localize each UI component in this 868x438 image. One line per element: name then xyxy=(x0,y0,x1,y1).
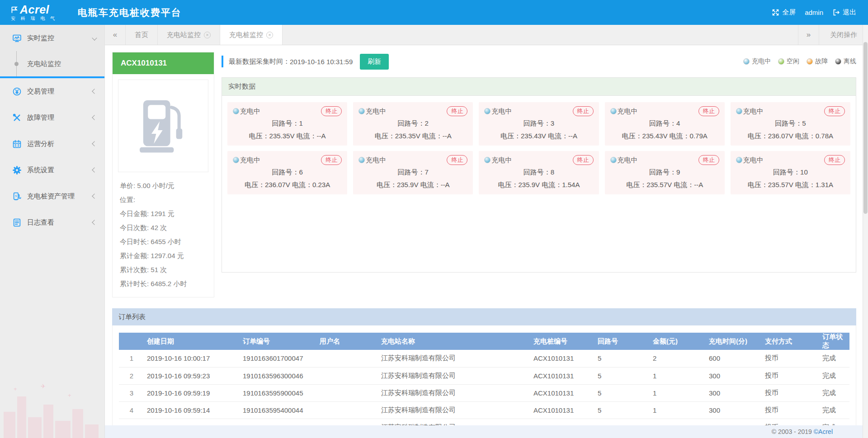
collect-time-value: 2019-10-16 10:31:59 xyxy=(290,58,353,66)
chevron-left-icon xyxy=(92,220,97,225)
circuit-card-7: 充电中终止回路号：7电压：235.9V 电流：--A xyxy=(353,151,473,194)
status-dot-icon xyxy=(835,58,841,65)
table-row[interactable]: 52019-10-16 09:57:351910163585500043江苏安科… xyxy=(119,419,849,425)
device-stat: 今日时长: 6455 小时 xyxy=(120,235,207,249)
tabs-scroll-left-icon[interactable]: « xyxy=(105,25,126,45)
stop-button[interactable]: 终止 xyxy=(321,155,342,165)
sidebar-item-4[interactable]: 系统设置 xyxy=(0,157,104,183)
legend-item-1: 空闲 xyxy=(778,57,799,66)
charging-status-icon xyxy=(359,108,365,114)
logout-button[interactable]: 退出 xyxy=(832,8,856,17)
scrollbar-thumb[interactable] xyxy=(863,42,868,214)
sidebar-item-5[interactable]: 充电桩资产管理 xyxy=(0,183,104,209)
charging-status-icon xyxy=(610,157,617,163)
table-row[interactable]: 32019-10-16 09:59:191910163595900045江苏安科… xyxy=(119,384,849,401)
sidebar-item-6[interactable]: 日志查看 xyxy=(0,209,104,235)
table-cell: 投币 xyxy=(762,401,820,419)
vertical-scrollbar[interactable] xyxy=(863,25,868,438)
table-cell: ACX1010131 xyxy=(531,384,595,401)
device-info-card: ACX1010131 单价: 5.00 小时/元位置:今日 xyxy=(112,52,214,297)
table-row[interactable]: 42019-10-16 09:59:141910163595400044江苏安科… xyxy=(119,401,849,419)
realtime-panel-title: 实时数据 xyxy=(222,78,856,96)
device-stat: 累计金额: 1297.04 元 xyxy=(120,249,207,263)
tabs-scroll-right-icon[interactable]: » xyxy=(798,25,819,45)
circuit-card-status-row: 充电中终止 xyxy=(359,106,467,116)
sidebar-item-1[interactable]: 交易管理 xyxy=(0,78,104,104)
sidebar-item-0[interactable]: 实时监控 xyxy=(0,25,104,51)
transaction-icon xyxy=(12,86,22,96)
timeline-marker-icon xyxy=(12,51,22,76)
stop-button[interactable]: 终止 xyxy=(321,106,342,116)
tab-label: 充电桩监控 xyxy=(229,31,263,39)
stop-button[interactable]: 终止 xyxy=(698,106,719,116)
table-cell: 2019-10-16 09:59:23 xyxy=(144,367,240,384)
circuit-status-label: 充电中 xyxy=(240,107,260,116)
circuit-card-1: 充电中终止回路号：1电压：235.35V 电流：--A xyxy=(227,102,347,146)
sidebar-item-label: 运营分析 xyxy=(27,140,93,148)
tab-1[interactable]: 充电站监控× xyxy=(158,25,220,45)
table-row[interactable]: 22019-10-16 09:59:231910163596300046江苏安科… xyxy=(119,367,849,384)
table-cell: 完成 xyxy=(820,384,849,401)
column-header: 用户名 xyxy=(317,333,378,350)
footer-brand-link[interactable]: ©Acrel xyxy=(814,428,833,435)
sidebar-subitem-0[interactable]: 充电站监控 xyxy=(0,51,104,76)
tab-bar: « 首页充电站监控×充电桩监控× » 关闭操作 xyxy=(105,25,868,45)
chevron-left-icon xyxy=(92,115,97,120)
table-cell xyxy=(317,367,378,384)
circuit-number: 回路号：5 xyxy=(736,119,845,128)
circuit-status-label: 充电中 xyxy=(491,156,512,165)
circuit-card-2: 充电中终止回路号：2电压：235.35V 电流：--A xyxy=(353,102,473,146)
circuit-card-status-row: 充电中终止 xyxy=(736,106,845,116)
tab-0[interactable]: 首页 xyxy=(126,25,158,45)
device-id-header: ACX1010131 xyxy=(113,52,214,74)
stop-button[interactable]: 终止 xyxy=(447,155,467,165)
table-cell xyxy=(317,384,378,401)
index-column-header xyxy=(119,333,144,350)
table-cell: 1910163596300046 xyxy=(240,367,317,384)
close-operations-button[interactable]: 关闭操作 xyxy=(819,25,868,45)
table-cell xyxy=(317,419,378,425)
fault-icon xyxy=(12,113,22,122)
table-cell: 江苏安科瑞制造有限公司 xyxy=(378,350,531,367)
tab-close-icon[interactable]: × xyxy=(204,32,211,38)
row-index: 4 xyxy=(119,401,144,419)
circuit-voltage-current: 电压：236.07V 电流：0.23A xyxy=(233,181,342,189)
table-cell: 投币 xyxy=(762,367,820,384)
refresh-button[interactable]: 刷新 xyxy=(360,54,389,70)
chevron-left-icon xyxy=(92,193,97,198)
copyright-text: © 2003 - 2019 xyxy=(772,428,812,435)
user-menu[interactable]: admin xyxy=(805,9,823,16)
table-row[interactable]: 12019-10-16 10:00:171910163601700047江苏安科… xyxy=(119,350,849,367)
charging-pile-icon xyxy=(134,94,193,158)
column-header: 订单状态 xyxy=(820,333,849,350)
charging-status-icon xyxy=(233,157,239,163)
analysis-icon xyxy=(12,139,22,149)
table-cell: 2019-10-16 09:59:19 xyxy=(144,384,240,401)
sidebar-item-2[interactable]: 故障管理 xyxy=(0,104,104,131)
stop-button[interactable]: 终止 xyxy=(698,155,719,165)
chevron-left-icon xyxy=(92,141,97,146)
tab-label: 首页 xyxy=(135,31,148,39)
table-cell: 1 xyxy=(650,367,706,384)
status-dot-icon xyxy=(743,58,750,65)
sidebar-item-label: 系统设置 xyxy=(27,166,93,174)
circuit-status-label: 充电中 xyxy=(240,156,260,165)
circuit-card-status-row: 充电中终止 xyxy=(359,155,467,165)
table-cell: 江苏安科瑞制造有限公司 xyxy=(378,367,531,384)
table-cell: 2 xyxy=(650,350,706,367)
stop-button[interactable]: 终止 xyxy=(824,106,845,116)
table-cell: 投币 xyxy=(762,350,820,367)
tab-close-icon[interactable]: × xyxy=(266,32,273,38)
stop-button[interactable]: 终止 xyxy=(447,106,467,116)
row-index: 1 xyxy=(119,350,144,367)
sidebar-item-3[interactable]: 运营分析 xyxy=(0,131,104,157)
stop-button[interactable]: 终止 xyxy=(573,106,594,116)
tab-2[interactable]: 充电桩监控× xyxy=(220,25,283,45)
fullscreen-button[interactable]: 全屏 xyxy=(772,8,796,17)
circuit-status-label: 充电中 xyxy=(491,107,512,116)
sidebar-item-label: 充电桩资产管理 xyxy=(27,192,93,201)
stop-button[interactable]: 终止 xyxy=(573,155,594,165)
brand-logo: Acrel 安 科 瑞 电 气 xyxy=(0,4,66,21)
stop-button[interactable]: 终止 xyxy=(824,155,845,165)
charging-status-icon xyxy=(233,108,239,114)
